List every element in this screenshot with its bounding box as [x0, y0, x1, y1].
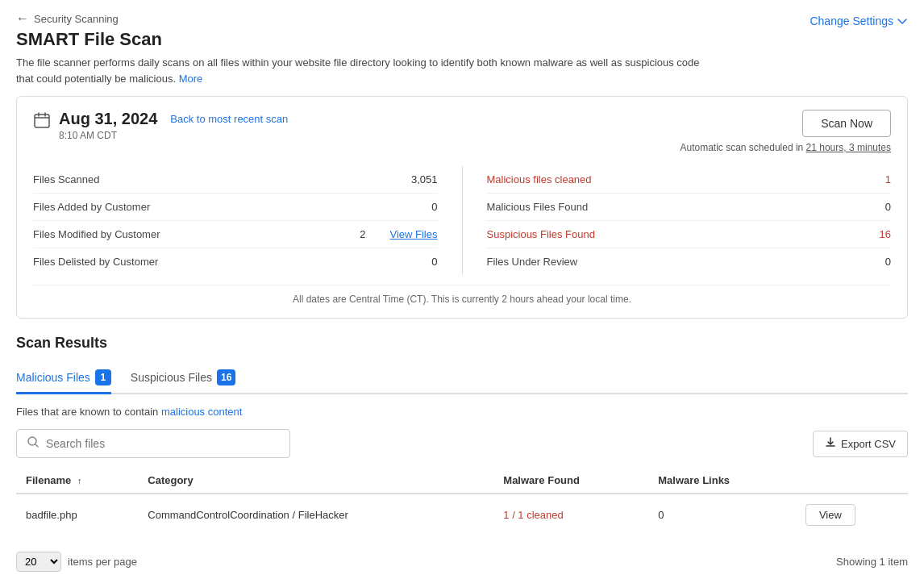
table-row: badfile.php CommandControlCoordination /… [16, 494, 908, 535]
per-page-select[interactable]: 20 50 100 items per page [16, 552, 137, 572]
top-bar: ← Security Scanning SMART File Scan Chan… [0, 0, 924, 55]
view-file-button[interactable]: View [805, 504, 855, 526]
col-actions [796, 468, 908, 494]
download-icon [825, 437, 836, 451]
tab-malicious-badge: 1 [95, 369, 111, 385]
search-box[interactable] [16, 429, 290, 458]
scan-results-title: Scan Results [16, 335, 908, 352]
tab-suspicious-label: Suspicious Files [131, 371, 212, 384]
scan-card: Aug 31, 2024 8:10 AM CDT Back to most re… [16, 96, 908, 319]
scan-now-group: Scan Now Automatic scan scheduled in 21 … [680, 110, 891, 153]
sort-arrow-icon[interactable]: ↑ [77, 476, 82, 485]
chevron-down-icon [897, 15, 908, 27]
calendar-icon [33, 111, 51, 131]
stat-label-malicious-found: Malicious Files Found [487, 201, 589, 213]
page-title: SMART File Scan [16, 29, 162, 50]
tabs-bar: Malicious Files 1 Suspicious Files 16 [16, 363, 908, 394]
cell-malware-links: 0 [648, 494, 796, 535]
tab-malicious-label: Malicious Files [16, 371, 90, 384]
col-malware-links: Malware Links [648, 468, 796, 494]
showing-count: Showing 1 item [836, 556, 908, 568]
stat-value-files-added: 0 [431, 201, 437, 213]
scan-stats: Files Scanned 3,051 Files Added by Custo… [33, 166, 891, 275]
stat-row-under-review: Files Under Review 0 [487, 248, 892, 275]
stat-row-files-modified: Files Modified by Customer 2 View Files [33, 221, 438, 248]
stat-label-files-modified: Files Modified by Customer [33, 228, 160, 240]
col-filename: Filename ↑ [16, 468, 138, 494]
export-csv-label: Export CSV [841, 438, 896, 450]
stat-row-suspicious-found: Suspicious Files Found 16 [487, 221, 892, 248]
col-category: Category [138, 468, 493, 494]
stat-label-under-review: Files Under Review [487, 256, 578, 268]
scan-schedule: Automatic scan scheduled in 21 hours, 3 … [680, 142, 891, 153]
scan-date-info: Aug 31, 2024 8:10 AM CDT [59, 110, 157, 141]
cell-category: CommandControlCoordination / FileHacker [138, 494, 493, 535]
top-bar-left: ← Security Scanning SMART File Scan [16, 11, 162, 50]
scan-date-block: Aug 31, 2024 8:10 AM CDT [33, 110, 157, 141]
export-csv-button[interactable]: Export CSV [813, 431, 908, 457]
scan-now-button[interactable]: Scan Now [802, 110, 891, 137]
timezone-note: All dates are Central Time (CT). This is… [33, 285, 891, 305]
schedule-prefix: Automatic scan scheduled in [680, 142, 803, 153]
tab-suspicious-badge: 16 [217, 369, 235, 385]
search-input[interactable] [46, 437, 280, 450]
stat-value-under-review: 0 [885, 256, 891, 268]
scan-time: 8:10 AM CDT [59, 130, 157, 141]
stat-label-files-delisted: Files Delisted by Customer [33, 256, 158, 268]
stat-row-files-added: Files Added by Customer 0 [33, 194, 438, 221]
scan-card-header: Aug 31, 2024 8:10 AM CDT Back to most re… [33, 110, 891, 153]
description-text: The file scanner performs daily scans on… [0, 55, 726, 96]
stat-row-malicious-found: Malicious Files Found 0 [487, 194, 892, 221]
breadcrumb: ← Security Scanning [16, 11, 162, 26]
stat-label-malicious-cleaned: Malicious files cleaned [487, 173, 592, 185]
cell-filename: badfile.php [16, 494, 138, 535]
description-body: The file scanner performs daily scans on… [16, 56, 700, 85]
search-icon [27, 435, 40, 452]
stat-value-files-scanned: 3,051 [411, 173, 438, 185]
stat-value-files-delisted: 0 [431, 256, 437, 268]
col-filename-label: Filename [26, 474, 71, 486]
tab-description-highlight: malicious content [161, 406, 242, 418]
back-arrow-icon[interactable]: ← [16, 11, 29, 26]
svg-rect-0 [35, 115, 49, 127]
items-per-page-label: items per page [68, 556, 137, 568]
col-malware-found: Malware Found [493, 468, 648, 494]
stat-value-malicious-found: 0 [885, 201, 891, 213]
items-per-page-dropdown[interactable]: 20 50 100 [16, 552, 61, 572]
stat-label-suspicious-found: Suspicious Files Found [487, 228, 595, 240]
more-link[interactable]: More [179, 73, 203, 85]
tab-malicious-files[interactable]: Malicious Files 1 [16, 363, 111, 394]
files-table: Filename ↑ Category Malware Found Malwar… [16, 468, 908, 535]
view-files-link[interactable]: View Files [389, 228, 437, 240]
change-settings-label: Change Settings [810, 15, 893, 27]
stat-value-suspicious-found: 16 [880, 228, 891, 240]
cell-view-action: View [796, 494, 908, 535]
scan-results-section: Scan Results Malicious Files 1 Suspiciou… [0, 335, 924, 575]
stat-row-malicious-cleaned: Malicious files cleaned 1 [487, 166, 892, 194]
tab-description: Files that are known to contain maliciou… [16, 406, 908, 418]
tab-suspicious-files[interactable]: Suspicious Files 16 [131, 363, 236, 394]
stat-row-files-scanned: Files Scanned 3,051 [33, 166, 438, 194]
table-toolbar: Export CSV [16, 429, 908, 458]
stat-row-files-delisted: Files Delisted by Customer 0 [33, 248, 438, 275]
stats-left: Files Scanned 3,051 Files Added by Custo… [33, 166, 463, 275]
stat-label-files-added: Files Added by Customer [33, 201, 150, 213]
stat-value-files-modified: 2 [360, 228, 365, 240]
stat-value-malicious-cleaned: 1 [885, 173, 891, 185]
stats-right: Malicious files cleaned 1 Malicious File… [463, 166, 892, 275]
change-settings-button[interactable]: Change Settings [810, 11, 908, 27]
breadcrumb-label: Security Scanning [34, 13, 119, 25]
scan-date: Aug 31, 2024 [59, 110, 157, 128]
cell-malware-found: 1 / 1 cleaned [493, 494, 648, 535]
table-footer: 20 50 100 items per page Showing 1 item [16, 542, 908, 575]
table-header-row: Filename ↑ Category Malware Found Malwar… [16, 468, 908, 494]
stat-label-files-scanned: Files Scanned [33, 173, 99, 185]
back-to-recent-link[interactable]: Back to most recent scan [170, 113, 288, 125]
schedule-time: 21 hours, 3 minutes [806, 142, 891, 153]
